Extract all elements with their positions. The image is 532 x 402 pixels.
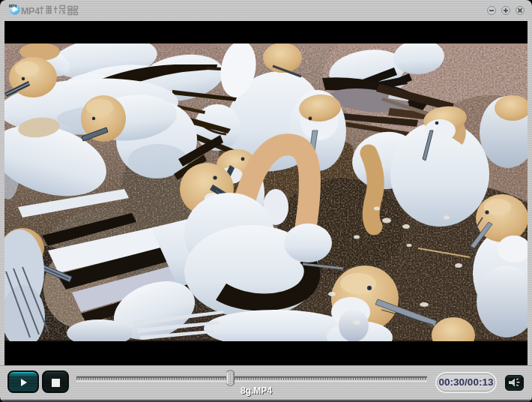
svg-text:MP4: MP4 [9, 4, 17, 8]
svg-text:MP4: MP4 [21, 6, 40, 16]
